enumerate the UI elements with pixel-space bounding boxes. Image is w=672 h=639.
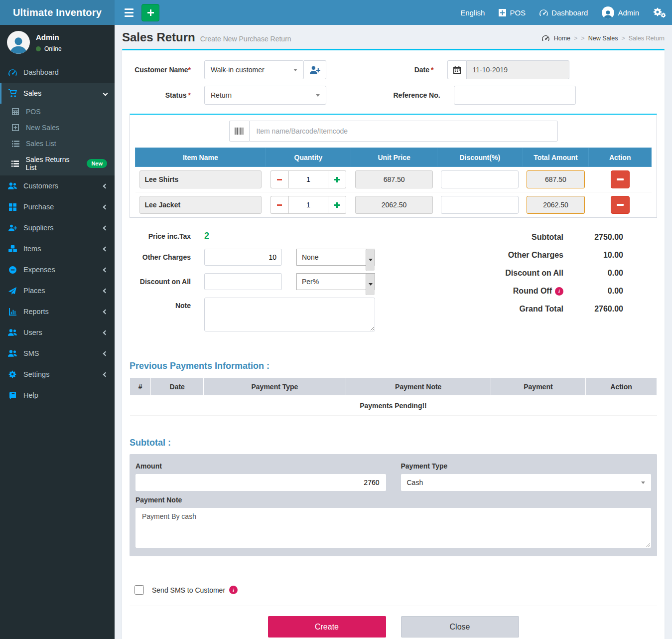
- sidebar-item-users[interactable]: Users: [0, 322, 115, 343]
- avatar: [7, 31, 30, 54]
- remove-item-button[interactable]: [611, 170, 630, 188]
- payment-subtotal-heading: Subtotal :: [130, 438, 657, 448]
- amount-input[interactable]: [135, 474, 386, 491]
- customer-select[interactable]: Walk-in customer: [204, 60, 304, 79]
- quantity-stepper: [270, 196, 346, 214]
- chevron-left-icon: [103, 309, 108, 314]
- chevron-left-icon: [103, 372, 108, 377]
- list-icon: [11, 141, 20, 147]
- sidebar-item-suppliers[interactable]: Suppliers: [0, 217, 115, 238]
- item-search-input[interactable]: [249, 121, 558, 142]
- price-inc-tax-label: Price inc.Tax: [130, 232, 204, 240]
- status-select[interactable]: Return: [204, 86, 326, 105]
- date-field[interactable]: 11-10-2019: [466, 60, 569, 79]
- dashboard-icon: [539, 9, 548, 16]
- content-wrapper: Sales Return Create New Purchase Return …: [115, 25, 672, 639]
- status-label: Status*: [130, 91, 204, 99]
- nav-pos-link[interactable]: POS: [499, 8, 526, 17]
- col-hash: #: [130, 378, 151, 396]
- info-icon[interactable]: i: [555, 287, 563, 296]
- qty-decrement-button[interactable]: [270, 196, 288, 214]
- language-menu[interactable]: English: [460, 8, 485, 17]
- add-customer-button[interactable]: [304, 60, 326, 79]
- online-status-icon: [36, 46, 41, 51]
- sidebar-item-places[interactable]: Places: [0, 280, 115, 301]
- sidebar-item-reports[interactable]: Reports: [0, 301, 115, 322]
- sidebar-item-customers[interactable]: Customers: [0, 175, 115, 196]
- app-logo[interactable]: Ultimate Inventory: [0, 0, 115, 25]
- col-date: Date: [151, 378, 204, 396]
- settings-gears-button[interactable]: [653, 7, 666, 18]
- sidebar-item-purchase[interactable]: Purchase: [0, 196, 115, 217]
- minus-icon: [617, 178, 624, 180]
- payments-empty-row: Payments Pending!!: [130, 396, 657, 416]
- sidebar-item-sms[interactable]: SMS: [0, 343, 115, 364]
- barcode-icon: [229, 121, 249, 142]
- send-sms-checkbox[interactable]: [134, 585, 144, 595]
- sidebar-item-sales-returns-list[interactable]: Sales Returns List New: [0, 152, 115, 175]
- col-quantity: Quantity: [266, 148, 351, 167]
- sidebar-item-sales[interactable]: Sales: [0, 83, 115, 104]
- note-textarea[interactable]: [204, 298, 375, 331]
- users-icon: [7, 350, 17, 357]
- payment-note-label: Payment Note: [135, 496, 651, 504]
- close-button[interactable]: Close: [401, 616, 519, 638]
- calculator-icon: [11, 108, 20, 115]
- sidebar-item-expenses[interactable]: Expenses: [0, 259, 115, 280]
- breadcrumb-home[interactable]: Home: [554, 35, 570, 42]
- discount-input[interactable]: [441, 196, 519, 214]
- qty-increment-button[interactable]: [328, 170, 346, 188]
- minus-icon: [617, 204, 624, 206]
- sidebar-item-items[interactable]: Items: [0, 238, 115, 259]
- qty-input[interactable]: [288, 170, 328, 188]
- sidebar-item-new-sales[interactable]: New Sales: [0, 120, 115, 136]
- other-charges-type-select[interactable]: None: [296, 249, 375, 266]
- payment-note-textarea[interactable]: Payment By cash: [135, 508, 651, 548]
- sidebar-item-pos[interactable]: POS: [0, 104, 115, 120]
- qty-input[interactable]: [288, 196, 328, 214]
- round-off-value: 0.00: [563, 287, 623, 296]
- col-action: Action: [589, 148, 652, 167]
- discount-on-all-label: Discount on All: [130, 278, 204, 286]
- col-payment-type: Payment Type: [204, 378, 346, 396]
- reference-input[interactable]: [454, 86, 576, 105]
- user-menu[interactable]: Admin: [602, 6, 639, 19]
- payment-type-select[interactable]: Cash: [401, 474, 652, 491]
- sidebar: Admin Online Dashboard Sales: [0, 25, 115, 639]
- users-icon: [7, 182, 17, 189]
- chevron-down-icon: [366, 274, 375, 295]
- discount-input[interactable]: [441, 170, 519, 188]
- qty-increment-button[interactable]: [328, 196, 346, 214]
- grand-total-value: 2760.00: [563, 305, 623, 314]
- date-label: Date*: [394, 66, 447, 74]
- chevron-left-icon: [103, 330, 108, 335]
- plus-icon: [334, 177, 340, 182]
- items-box: Item Name Quantity Unit Price Discount(%…: [130, 114, 657, 218]
- create-button[interactable]: Create: [268, 616, 386, 638]
- qty-decrement-button[interactable]: [270, 170, 288, 188]
- quantity-stepper: [270, 170, 346, 188]
- chevron-down-icon: [316, 94, 320, 97]
- sidebar-item-sales-list[interactable]: Sales List: [0, 136, 115, 152]
- remove-item-button[interactable]: [611, 196, 630, 214]
- discount-type-select[interactable]: Per%: [296, 273, 375, 290]
- other-charges-input[interactable]: [204, 249, 282, 266]
- info-icon[interactable]: i: [229, 586, 238, 594]
- sms-row: Send SMS to Customer i: [134, 585, 657, 595]
- chevron-left-icon: [103, 225, 108, 230]
- sidebar-item-dashboard[interactable]: Dashboard: [0, 62, 115, 83]
- send-sms-label: Send SMS to Customer i: [152, 586, 238, 594]
- unit-price-field: 687.50: [355, 170, 433, 188]
- nav-dashboard-link[interactable]: Dashboard: [539, 8, 588, 17]
- sidebar-item-help[interactable]: Help: [0, 385, 115, 406]
- quick-add-button[interactable]: [141, 4, 159, 21]
- cart-icon: [7, 89, 17, 97]
- payment-panel: Amount Payment Type Cash Payment Note Pa…: [130, 454, 657, 556]
- sidebar-toggle-button[interactable]: [121, 0, 137, 25]
- users-icon: [7, 329, 17, 336]
- breadcrumb-new-sales[interactable]: New Sales: [588, 35, 618, 42]
- sidebar-item-settings[interactable]: Settings: [0, 364, 115, 385]
- col-discount: Discount(%): [437, 148, 523, 167]
- items-table: Item Name Quantity Unit Price Discount(%…: [135, 148, 652, 217]
- discount-on-all-input[interactable]: [204, 273, 282, 290]
